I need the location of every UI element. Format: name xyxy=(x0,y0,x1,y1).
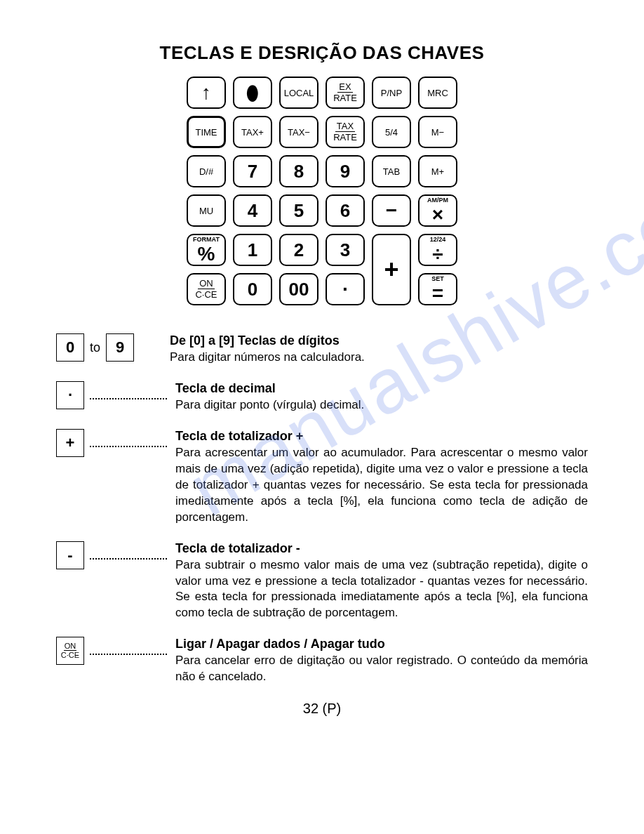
dots-icon xyxy=(90,647,167,655)
key-tax-plus[interactable]: TAX+ xyxy=(233,116,272,148)
key-dhash[interactable]: D/# xyxy=(187,155,226,187)
key-pnp[interactable]: P/NP xyxy=(372,77,411,109)
desc-heading: Tecla de totalizador + xyxy=(175,429,303,443)
desc-heading: Ligar / Apagar dados / Apagar tudo xyxy=(175,637,385,651)
key-tax-rate[interactable]: TAX RATE xyxy=(326,116,365,148)
key-mrc[interactable]: MRC xyxy=(418,77,457,109)
mini-key-plus: + xyxy=(56,429,84,457)
desc-row-decimal: · Tecla de decimal Para digitar ponto (v… xyxy=(56,381,588,413)
key-descriptions: 0 to 9 De [0] a [9] Teclas de dígitos Pa… xyxy=(56,333,588,685)
key-9[interactable]: 9 xyxy=(326,155,365,187)
key-ex-rate-top: EX xyxy=(337,82,352,93)
key-tax-rate-bot: RATE xyxy=(333,132,357,143)
key-7[interactable]: 7 xyxy=(233,155,272,187)
key-plus[interactable]: + xyxy=(372,234,411,305)
desc-heading: De [0] a [9] Teclas de dígitos xyxy=(170,333,340,348)
desc-heading: Tecla de decimal xyxy=(175,381,276,395)
key-percent-sup: FORMAT xyxy=(193,237,220,243)
key-2[interactable]: 2 xyxy=(279,234,318,266)
mini-key-decimal: · xyxy=(56,381,84,409)
key-6[interactable]: 6 xyxy=(326,194,365,227)
key-time[interactable]: TIME xyxy=(187,116,226,148)
keypad-row-1: ↑ ⬮ LOCAL EX RATE P/NP MRC xyxy=(187,77,457,109)
dots-icon xyxy=(90,551,167,560)
key-8[interactable]: 8 xyxy=(279,155,318,187)
key-feed-up[interactable]: ↑ xyxy=(187,77,226,109)
mini-key-on-cce: ON C·CE xyxy=(56,637,84,665)
mini-key-on-cce-bot: C·CE xyxy=(61,651,79,659)
key-tab[interactable]: TAB xyxy=(372,155,411,187)
calculator-keypad: ↑ ⬮ LOCAL EX RATE P/NP MRC TIME TAX+ TAX… xyxy=(56,77,588,305)
desc-body: Para cancelar erro de digitação ou valor… xyxy=(175,653,588,685)
key-decimal[interactable]: · xyxy=(326,273,365,305)
key-divide-label: ÷ xyxy=(432,244,443,264)
key-1[interactable]: 1 xyxy=(233,234,272,266)
key-m-minus[interactable]: M− xyxy=(418,116,457,148)
key-5[interactable]: 5 xyxy=(279,194,318,227)
keypad-row-3: D/# 7 8 9 TAB M+ xyxy=(187,155,457,187)
key-tax-minus[interactable]: TAX− xyxy=(279,116,318,148)
key-54[interactable]: 5/4 xyxy=(372,116,411,148)
key-local[interactable]: LOCAL xyxy=(279,77,318,109)
desc-heading: Tecla de totalizador - xyxy=(175,541,300,555)
page-title: TECLAS E DESRIÇÃO DAS CHAVES xyxy=(56,42,588,64)
key-4[interactable]: 4 xyxy=(233,194,272,227)
key-print[interactable]: ⬮ xyxy=(233,77,272,109)
dots-icon xyxy=(90,391,167,399)
desc-row-plus: + Tecla de totalizador + Para acrescenta… xyxy=(56,429,588,526)
key-3[interactable]: 3 xyxy=(326,234,365,266)
keypad-row-2: TIME TAX+ TAX− TAX RATE 5/4 M− xyxy=(187,116,457,148)
mini-key-minus: - xyxy=(56,541,84,569)
key-multiply-label: × xyxy=(432,205,443,225)
key-percent-label: % xyxy=(198,244,215,264)
key-on-cce-top: ON xyxy=(198,279,215,289)
keypad-rows-5-6: FORMAT % 1 2 3 ON C·CE 0 00 · + xyxy=(187,234,457,305)
key-mu[interactable]: MU xyxy=(187,194,226,227)
to-text: to xyxy=(90,340,100,355)
key-divide-sup: 12/24 xyxy=(430,237,446,243)
desc-row-on-cce: ON C·CE Ligar / Apagar dados / Apagar tu… xyxy=(56,637,588,685)
key-0[interactable]: 0 xyxy=(233,273,272,305)
desc-body: Para acrescentar um valor ao acumulador.… xyxy=(175,445,588,526)
key-multiply[interactable]: AM/PM × xyxy=(418,194,457,227)
mini-key-9: 9 xyxy=(106,333,134,362)
desc-row-minus: - Tecla de totalizador - Para subtrair o… xyxy=(56,541,588,622)
page-number: 32 (P) xyxy=(56,701,588,717)
desc-body: Para digitar números na calculadora. xyxy=(170,350,588,366)
key-on-cce-bot: C·CE xyxy=(195,289,217,300)
desc-row-digits: 0 to 9 De [0] a [9] Teclas de dígitos Pa… xyxy=(56,333,588,366)
mini-key-on-cce-top: ON xyxy=(64,642,77,651)
desc-body: Para subtrair o mesmo valor mais de uma … xyxy=(175,557,588,622)
desc-body: Para digitar ponto (vírgula) decimal. xyxy=(175,397,588,413)
mini-key-0: 0 xyxy=(56,333,84,362)
key-multiply-sup: AM/PM xyxy=(427,197,448,204)
key-00[interactable]: 00 xyxy=(279,273,318,305)
key-percent[interactable]: FORMAT % xyxy=(187,234,226,266)
key-ex-rate[interactable]: EX RATE xyxy=(326,77,365,109)
key-on-cce[interactable]: ON C·CE xyxy=(187,273,226,305)
key-equals-sup: SET xyxy=(431,276,444,282)
key-minus[interactable]: − xyxy=(372,194,411,227)
key-equals[interactable]: SET = xyxy=(418,273,457,305)
key-m-plus[interactable]: M+ xyxy=(418,155,457,187)
key-tax-rate-top: TAX xyxy=(335,121,355,132)
key-divide[interactable]: 12/24 ÷ xyxy=(418,234,457,266)
dots-icon xyxy=(90,439,167,447)
key-equals-label: = xyxy=(432,284,443,303)
key-ex-rate-bot: RATE xyxy=(333,93,357,103)
keypad-row-4: MU 4 5 6 − AM/PM × xyxy=(187,194,457,227)
